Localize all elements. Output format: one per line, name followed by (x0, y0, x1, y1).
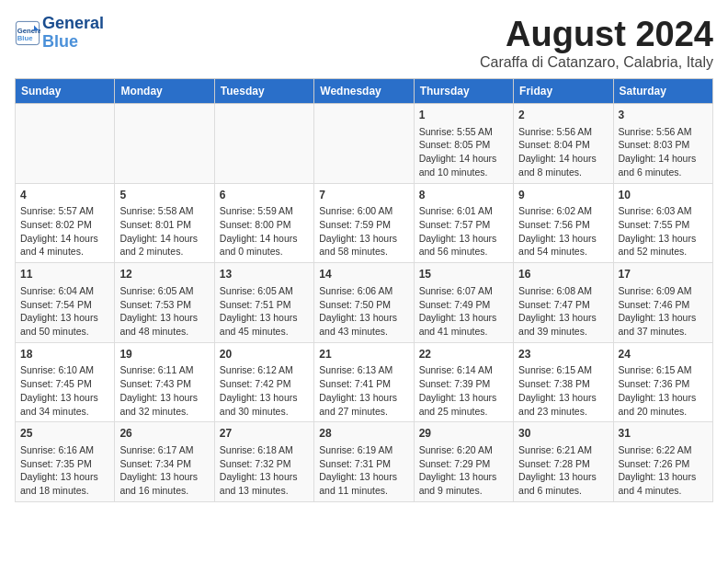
day-number: 17 (619, 267, 708, 282)
logo-icon: General Blue (15, 20, 40, 46)
day-number: 19 (119, 347, 209, 362)
page-header: General Blue General Blue August 2024 Ca… (15, 15, 713, 71)
calendar-cell: 9Sunrise: 6:02 AMSunset: 7:56 PMDaylight… (514, 183, 613, 263)
cell-content: Sunrise: 6:08 AMSunset: 7:47 PMDaylight:… (518, 284, 608, 339)
cell-content: Sunrise: 6:15 AMSunset: 7:38 PMDaylight:… (518, 363, 608, 418)
day-number: 8 (419, 188, 508, 203)
calendar-cell: 28Sunrise: 6:19 AMSunset: 7:31 PMDayligh… (314, 422, 414, 502)
day-number: 21 (319, 347, 408, 362)
calendar-cell: 7Sunrise: 6:00 AMSunset: 7:59 PMDaylight… (314, 183, 414, 263)
calendar-cell: 18Sunrise: 6:10 AMSunset: 7:45 PMDayligh… (16, 342, 115, 422)
calendar-cell (314, 104, 414, 184)
cell-content: Sunrise: 5:56 AMSunset: 8:04 PMDaylight:… (518, 125, 608, 179)
cell-content: Sunrise: 6:12 AMSunset: 7:42 PMDaylight:… (220, 363, 309, 418)
day-number: 13 (220, 267, 309, 282)
cell-content: Sunrise: 6:05 AMSunset: 7:51 PMDaylight:… (220, 284, 309, 339)
day-number: 11 (20, 267, 109, 282)
cell-content: Sunrise: 6:15 AMSunset: 7:36 PMDaylight:… (619, 363, 708, 418)
cell-content: Sunrise: 6:18 AMSunset: 7:32 PMDaylight:… (220, 443, 309, 498)
cell-content: Sunrise: 6:06 AMSunset: 7:50 PMDaylight:… (319, 284, 408, 339)
logo: General Blue General Blue (15, 15, 104, 52)
week-row-5: 25Sunrise: 6:16 AMSunset: 7:35 PMDayligh… (16, 422, 713, 502)
calendar-cell: 11Sunrise: 6:04 AMSunset: 7:54 PMDayligh… (16, 263, 115, 343)
day-number: 5 (119, 188, 209, 203)
cell-content: Sunrise: 6:02 AMSunset: 7:56 PMDaylight:… (518, 204, 608, 259)
calendar-cell: 29Sunrise: 6:20 AMSunset: 7:29 PMDayligh… (414, 422, 513, 502)
cell-content: Sunrise: 6:14 AMSunset: 7:39 PMDaylight:… (419, 363, 508, 418)
svg-text:Blue: Blue (17, 34, 33, 42)
cell-content: Sunrise: 6:09 AMSunset: 7:46 PMDaylight:… (619, 284, 708, 339)
day-number: 12 (119, 267, 209, 282)
calendar-cell: 6Sunrise: 5:59 AMSunset: 8:00 PMDaylight… (214, 183, 313, 263)
header-cell-thursday: Thursday (414, 79, 513, 104)
subtitle: Caraffa di Catanzaro, Calabria, Italy (480, 54, 713, 71)
day-number: 7 (319, 188, 408, 203)
day-number: 23 (518, 347, 608, 362)
day-number: 26 (119, 426, 209, 442)
day-number: 15 (419, 267, 508, 282)
calendar-cell: 16Sunrise: 6:08 AMSunset: 7:47 PMDayligh… (514, 263, 613, 343)
day-number: 16 (518, 267, 608, 282)
calendar-cell: 23Sunrise: 6:15 AMSunset: 7:38 PMDayligh… (514, 342, 613, 422)
week-row-3: 11Sunrise: 6:04 AMSunset: 7:54 PMDayligh… (16, 263, 713, 343)
day-number: 31 (619, 426, 708, 442)
cell-content: Sunrise: 6:10 AMSunset: 7:45 PMDaylight:… (20, 363, 109, 418)
calendar-cell: 20Sunrise: 6:12 AMSunset: 7:42 PMDayligh… (214, 342, 313, 422)
cell-content: Sunrise: 6:16 AMSunset: 7:35 PMDaylight:… (20, 443, 109, 498)
calendar-cell: 14Sunrise: 6:06 AMSunset: 7:50 PMDayligh… (314, 263, 414, 343)
day-number: 2 (518, 108, 608, 123)
day-number: 4 (20, 188, 109, 203)
cell-content: Sunrise: 5:58 AMSunset: 8:01 PMDaylight:… (119, 204, 209, 259)
calendar-cell: 4Sunrise: 5:57 AMSunset: 8:02 PMDaylight… (16, 183, 115, 263)
header-cell-saturday: Saturday (613, 79, 712, 104)
logo-text: General Blue (42, 15, 104, 52)
cell-content: Sunrise: 6:03 AMSunset: 7:55 PMDaylight:… (619, 204, 708, 259)
calendar-cell: 21Sunrise: 6:13 AMSunset: 7:41 PMDayligh… (314, 342, 414, 422)
calendar-cell: 27Sunrise: 6:18 AMSunset: 7:32 PMDayligh… (214, 422, 313, 502)
calendar-cell: 3Sunrise: 5:56 AMSunset: 8:03 PMDaylight… (613, 104, 712, 184)
svg-text:General: General (17, 27, 40, 35)
cell-content: Sunrise: 6:07 AMSunset: 7:49 PMDaylight:… (419, 284, 508, 339)
calendar-cell: 31Sunrise: 6:22 AMSunset: 7:26 PMDayligh… (613, 422, 712, 502)
header-cell-wednesday: Wednesday (314, 79, 414, 104)
week-row-2: 4Sunrise: 5:57 AMSunset: 8:02 PMDaylight… (16, 183, 713, 263)
calendar-cell (214, 104, 313, 184)
calendar-cell: 24Sunrise: 6:15 AMSunset: 7:36 PMDayligh… (613, 342, 712, 422)
cell-content: Sunrise: 6:11 AMSunset: 7:43 PMDaylight:… (119, 363, 209, 418)
cell-content: Sunrise: 6:04 AMSunset: 7:54 PMDaylight:… (20, 284, 109, 339)
cell-content: Sunrise: 6:00 AMSunset: 7:59 PMDaylight:… (319, 204, 408, 259)
day-number: 22 (419, 347, 508, 362)
cell-content: Sunrise: 6:01 AMSunset: 7:57 PMDaylight:… (419, 204, 508, 259)
cell-content: Sunrise: 5:56 AMSunset: 8:03 PMDaylight:… (619, 125, 708, 179)
calendar-cell: 1Sunrise: 5:55 AMSunset: 8:05 PMDaylight… (414, 104, 513, 184)
day-number: 24 (619, 347, 708, 362)
calendar-cell: 15Sunrise: 6:07 AMSunset: 7:49 PMDayligh… (414, 263, 513, 343)
header-cell-monday: Monday (115, 79, 214, 104)
header-cell-tuesday: Tuesday (214, 79, 313, 104)
calendar-cell: 13Sunrise: 6:05 AMSunset: 7:51 PMDayligh… (214, 263, 313, 343)
day-number: 28 (319, 426, 408, 442)
cell-content: Sunrise: 6:20 AMSunset: 7:29 PMDaylight:… (419, 443, 508, 498)
calendar-cell: 5Sunrise: 5:58 AMSunset: 8:01 PMDaylight… (115, 183, 214, 263)
calendar-cell: 17Sunrise: 6:09 AMSunset: 7:46 PMDayligh… (613, 263, 712, 343)
day-number: 27 (220, 426, 309, 442)
calendar-cell (16, 104, 115, 184)
calendar-cell: 2Sunrise: 5:56 AMSunset: 8:04 PMDaylight… (514, 104, 613, 184)
cell-content: Sunrise: 6:21 AMSunset: 7:28 PMDaylight:… (518, 443, 608, 498)
title-block: August 2024 Caraffa di Catanzaro, Calabr… (480, 15, 713, 71)
day-number: 20 (220, 347, 309, 362)
calendar-cell: 10Sunrise: 6:03 AMSunset: 7:55 PMDayligh… (613, 183, 712, 263)
calendar-cell (115, 104, 214, 184)
week-row-1: 1Sunrise: 5:55 AMSunset: 8:05 PMDaylight… (16, 104, 713, 184)
day-number: 29 (419, 426, 508, 442)
day-number: 14 (319, 267, 408, 282)
day-number: 18 (20, 347, 109, 362)
calendar-cell: 30Sunrise: 6:21 AMSunset: 7:28 PMDayligh… (514, 422, 613, 502)
day-number: 25 (20, 426, 109, 442)
cell-content: Sunrise: 6:13 AMSunset: 7:41 PMDaylight:… (319, 363, 408, 418)
cell-content: Sunrise: 6:17 AMSunset: 7:34 PMDaylight:… (119, 443, 209, 498)
cell-content: Sunrise: 6:22 AMSunset: 7:26 PMDaylight:… (619, 443, 708, 498)
cell-content: Sunrise: 5:59 AMSunset: 8:00 PMDaylight:… (220, 204, 309, 259)
week-row-4: 18Sunrise: 6:10 AMSunset: 7:45 PMDayligh… (16, 342, 713, 422)
calendar-cell: 8Sunrise: 6:01 AMSunset: 7:57 PMDaylight… (414, 183, 513, 263)
